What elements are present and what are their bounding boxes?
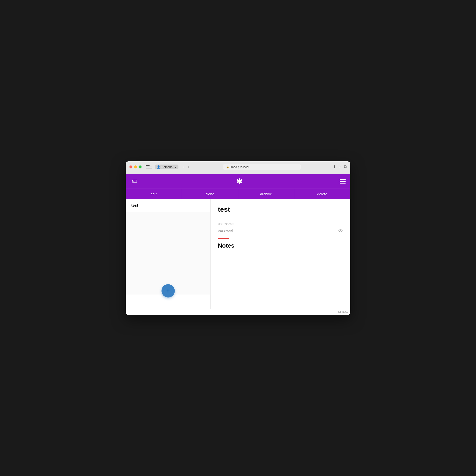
- browser-chrome: 👤 Personal ∨ ‹ › 🔒 imac-pro.local ⬆ + ⧉: [126, 161, 350, 174]
- sidebar: test +: [126, 199, 211, 309]
- show-password-button[interactable]: 👁: [338, 228, 343, 234]
- minimize-button[interactable]: [134, 166, 137, 169]
- profile-name: Personal: [162, 165, 173, 169]
- notes-title: Notes: [218, 242, 343, 249]
- notes-section: Notes: [218, 242, 343, 253]
- tag-icon: 🏷: [131, 178, 137, 185]
- sidebar-empty-area: [126, 212, 210, 294]
- debug-label: DEBUG: [126, 309, 350, 315]
- main-layout: test + test username password: [126, 199, 350, 309]
- app-logo-asterisk: ✱: [236, 177, 242, 186]
- clone-button[interactable]: clone: [182, 189, 238, 199]
- share-button[interactable]: ⬆: [333, 165, 336, 169]
- lock-icon: 🔒: [226, 166, 229, 169]
- entry-title: test: [218, 205, 343, 217]
- add-entry-button[interactable]: +: [162, 284, 175, 298]
- traffic-lights: [129, 166, 142, 169]
- browser-titlebar: 👤 Personal ∨ ‹ › 🔒 imac-pro.local ⬆ + ⧉: [129, 164, 347, 170]
- action-bar: edit clone archive delete: [126, 188, 350, 199]
- browser-window: 👤 Personal ∨ ‹ › 🔒 imac-pro.local ⬆ + ⧉: [126, 161, 350, 315]
- add-icon: +: [166, 287, 170, 294]
- close-button[interactable]: [129, 166, 132, 169]
- password-label: password: [218, 228, 233, 232]
- content-area: test username password 👁: [211, 199, 350, 309]
- forward-button[interactable]: ›: [187, 164, 191, 169]
- tag-logo: 🏷: [130, 177, 139, 186]
- password-row: password 👁: [218, 228, 343, 236]
- nav-buttons: ‹ ›: [182, 164, 191, 169]
- profile-pill[interactable]: 👤 Personal ∨: [155, 165, 179, 169]
- url-text: imac-pro.local: [231, 165, 249, 169]
- tabs-button[interactable]: ⧉: [344, 165, 347, 169]
- delete-button[interactable]: delete: [294, 189, 350, 199]
- new-tab-button[interactable]: +: [339, 165, 341, 169]
- sidebar-item-test[interactable]: test: [126, 199, 210, 212]
- archive-button[interactable]: archive: [238, 189, 294, 199]
- username-label: username: [218, 222, 343, 226]
- password-section: password 👁: [218, 228, 343, 239]
- browser-toolbar-row: [129, 172, 347, 174]
- address-bar[interactable]: 🔒 imac-pro.local: [223, 164, 301, 170]
- sidebar-toggle-button[interactable]: [146, 165, 152, 169]
- browser-actions: ⬆ + ⧉: [333, 165, 347, 169]
- back-button[interactable]: ‹: [182, 164, 185, 169]
- password-field-group: password: [218, 228, 233, 234]
- maximize-button[interactable]: [139, 166, 142, 169]
- chevron-down-icon: ∨: [174, 165, 177, 169]
- app-container: 🏷 ✱ edit clone archive delete test +: [126, 174, 350, 315]
- edit-button[interactable]: edit: [126, 189, 182, 199]
- password-underline: [218, 238, 229, 239]
- username-section: username: [218, 222, 343, 226]
- hamburger-menu-button[interactable]: [340, 179, 346, 184]
- app-navbar: 🏷 ✱: [126, 174, 350, 188]
- notes-divider: [218, 253, 343, 253]
- profile-icon: 👤: [157, 165, 160, 169]
- address-bar-container: 🔒 imac-pro.local: [193, 164, 330, 170]
